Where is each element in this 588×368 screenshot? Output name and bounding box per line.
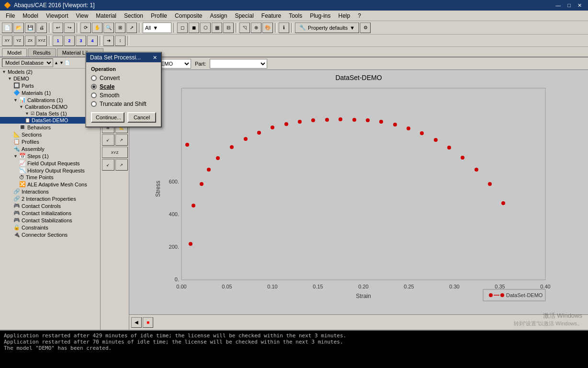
radio-convert-label: Convert (100, 75, 120, 81)
sidebar-new-icon[interactable]: 📄 (65, 60, 70, 65)
tree-assembly[interactable]: 🔩 Assembly (0, 145, 100, 152)
tb-render1[interactable]: ◻ (177, 23, 188, 33)
tb-color[interactable]: 🎨 (262, 23, 273, 33)
menu-profile[interactable]: Profile (147, 12, 171, 20)
expand-calibrations[interactable]: ▼ (13, 98, 18, 103)
sidebar-down-arrow[interactable]: ▼ (59, 60, 64, 65)
tab-model[interactable]: Model (2, 48, 27, 57)
menu-viewport[interactable]: Viewport (42, 12, 72, 20)
tb-print[interactable]: 🖨 (36, 23, 47, 33)
bottom-btn-back[interactable]: ◀ (131, 317, 142, 328)
cancel-button[interactable]: Cancel (127, 112, 156, 123)
tb-coord2[interactable]: YZ (13, 35, 24, 46)
tree-ale[interactable]: 🔀 ALE Adaptive Mesh Cons (0, 181, 100, 188)
tb-settings[interactable]: ⚙ (360, 23, 371, 33)
continue-button[interactable]: Continue... (91, 112, 124, 123)
tb-edge[interactable]: ◹ (239, 23, 250, 33)
menu-view[interactable]: View (72, 12, 92, 20)
expand-steps[interactable]: ▼ (13, 154, 18, 159)
all-dropdown[interactable]: All ▼ (143, 23, 171, 33)
tb-coord4[interactable]: XYZ (36, 35, 47, 46)
tb-undo[interactable]: ↩ (53, 23, 63, 33)
close-button[interactable]: ✕ (575, 2, 584, 9)
menu-feature[interactable]: Feature (258, 12, 285, 20)
vtb-btn-16[interactable]: ↙ (102, 159, 114, 171)
model-database-dropdown[interactable]: Model Database (2, 58, 53, 67)
dataset-processing-dialog[interactable]: Data Set Processi... ✕ Operation Convert… (85, 52, 162, 127)
tree-field-output[interactable]: 📈 Field Output Requests (0, 160, 100, 167)
tb-select[interactable]: ➚ (126, 23, 137, 33)
radio-truncate[interactable]: Truncate and Shift (91, 101, 156, 107)
menu-help[interactable]: Help (335, 12, 354, 20)
expand-models[interactable]: ▼ (2, 69, 6, 74)
checkbox-datasets[interactable]: ☑ (31, 111, 34, 116)
title-bar-controls[interactable]: — □ ✕ (553, 2, 584, 9)
bottom-btn-stop[interactable]: ■ (143, 317, 153, 328)
tb-pan[interactable]: ✋ (92, 23, 102, 33)
radio-scale[interactable]: Scale (91, 83, 156, 90)
dialog-close-button[interactable]: ✕ (153, 55, 157, 61)
menu-assign[interactable]: Assign (206, 12, 231, 20)
menu-plugins[interactable]: Plug-ins (306, 12, 334, 20)
tb-new[interactable]: 📄 (2, 23, 12, 33)
vtb-btn-13[interactable]: ↙ (102, 134, 114, 146)
tab-results[interactable]: Results (28, 48, 56, 57)
tree-sections[interactable]: 📐 Sections (0, 131, 100, 138)
menu-file[interactable]: File (2, 12, 19, 20)
tb-coord1[interactable]: XY (2, 35, 12, 46)
tree-interactions[interactable]: 🔗 Interactions (0, 188, 100, 195)
sidebar-up-arrow[interactable]: ▲ (54, 60, 58, 65)
tb-render4[interactable]: ▦ (212, 23, 222, 33)
tb-open[interactable]: 📂 (13, 23, 24, 33)
tree-constraints[interactable]: 🔒 Constraints (0, 224, 100, 231)
tb-num3[interactable]: 3 (76, 35, 86, 46)
tb-coord3[interactable]: ZX (25, 35, 35, 46)
profiles-label: Profiles (22, 139, 39, 145)
tb-rotate[interactable]: ⟳ (80, 23, 91, 33)
tb-info[interactable]: ℹ (279, 23, 289, 33)
menu-model[interactable]: Model (19, 12, 42, 20)
tree-interaction-props[interactable]: 🔗 2 Interaction Properties (0, 195, 100, 202)
tree-steps[interactable]: ▼ 📅 Steps (1) (0, 152, 100, 160)
tb-num4[interactable]: 4 (87, 35, 98, 46)
property-defaults-button[interactable]: 🔧 Property defaults ▼ (295, 23, 359, 33)
vtb-btn-15[interactable]: XYZ (102, 147, 128, 158)
menu-section[interactable]: Section (120, 12, 147, 20)
demo-label: DEMO (13, 76, 29, 81)
tree-profiles[interactable]: 📋 Profiles (0, 138, 100, 145)
tb-redo[interactable]: ↪ (64, 23, 75, 33)
tb-arrow[interactable]: ➜ (103, 35, 114, 46)
tree-contact-stab[interactable]: 🎮 Contact Stabilizations (0, 217, 100, 224)
radio-convert[interactable]: Convert (91, 75, 156, 81)
tb-transform[interactable]: ↕ (115, 35, 125, 46)
vtb-btn-14[interactable]: ↗ (115, 134, 128, 146)
tb-mesh[interactable]: ⊕ (251, 23, 261, 33)
tree-contact-controls[interactable]: 🎮 Contact Controls (0, 202, 100, 209)
tb-save[interactable]: 💾 (25, 23, 35, 33)
menu-material[interactable]: Material (92, 12, 120, 20)
radio-smooth[interactable]: Smooth (91, 92, 156, 99)
expand-datasets[interactable]: ▼ (25, 111, 29, 116)
expand-demo[interactable]: ▼ (8, 76, 12, 81)
tree-time-points[interactable]: ⏱ Time Points (0, 174, 100, 181)
tb-fit[interactable]: ⊞ (115, 23, 125, 33)
menu-special[interactable]: Special (231, 12, 257, 20)
svg-text:200.: 200. (169, 244, 179, 250)
tb-render5[interactable]: ⊟ (223, 23, 234, 33)
expand-calib-demo[interactable]: ▼ (19, 104, 23, 109)
menu-question[interactable]: ? (354, 12, 365, 20)
tb-num1[interactable]: 1 (53, 35, 63, 46)
tree-history-output[interactable]: 📉 History Output Requests (0, 167, 100, 174)
tb-num2[interactable]: 2 (64, 35, 75, 46)
tree-contact-init[interactable]: 🎮 Contact Initializations (0, 209, 100, 217)
tb-render3[interactable]: ⬡ (200, 23, 211, 33)
menu-composite[interactable]: Composite (171, 12, 206, 20)
tree-connector-sections[interactable]: 🔌 Connector Sections (0, 231, 100, 238)
tb-render2[interactable]: ◼ (189, 23, 199, 33)
minimize-button[interactable]: — (553, 2, 563, 9)
maximize-button[interactable]: □ (565, 2, 573, 9)
tb-zoom[interactable]: 🔍 (103, 23, 114, 33)
part-select[interactable] (210, 59, 267, 69)
vtb-btn-17[interactable]: ↗ (115, 159, 128, 171)
menu-tools[interactable]: Tools (285, 12, 306, 20)
